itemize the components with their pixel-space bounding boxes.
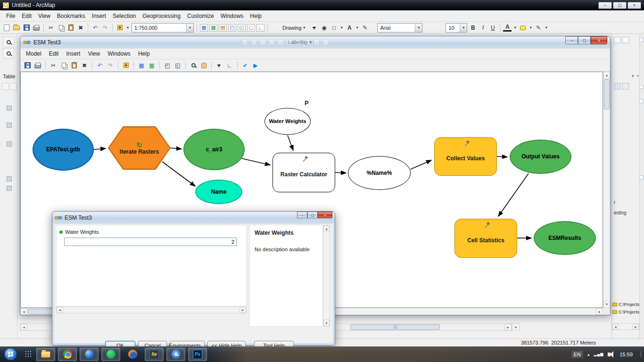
show-desktop-button[interactable]	[641, 351, 641, 358]
maximize-button[interactable]: ◻	[578, 36, 591, 44]
drawing-menu-button[interactable]: Drawing ▾	[279, 23, 308, 33]
node-cell-statistics[interactable]: Cell Statistics	[454, 219, 517, 258]
italic-icon[interactable]: I	[479, 24, 487, 32]
close-button[interactable]: ×	[627, 2, 641, 9]
copy-icon[interactable]	[59, 61, 68, 70]
add-data-dropdown-icon[interactable]: ▾	[125, 24, 130, 32]
menu-bookmarks[interactable]: Bookmarks	[54, 11, 89, 21]
redo-icon[interactable]: ↷	[101, 24, 109, 32]
copy-icon[interactable]	[57, 24, 65, 32]
full-extent-icon[interactable]: ◱	[173, 61, 182, 70]
catalog-refresh-icon[interactable]	[622, 83, 629, 90]
auto-layout-icon[interactable]: ▦	[137, 61, 146, 70]
toc-layer-icon[interactable]	[7, 123, 12, 128]
validate-model-icon[interactable]: ✔	[241, 61, 249, 70]
label-tool-icon[interactable]: ✎	[361, 24, 369, 32]
cut-icon[interactable]: ✂	[49, 61, 58, 70]
save-icon[interactable]	[22, 24, 31, 32]
node-percent-name[interactable]: %Name%	[348, 156, 411, 190]
toc-layer-icon[interactable]	[7, 176, 12, 181]
highlight-dropdown-icon[interactable]: ▾	[528, 24, 533, 32]
taskbar-explorer[interactable]	[36, 348, 55, 361]
zoom-in-icon[interactable]	[189, 61, 198, 70]
editor-tool-icon[interactable]: ▦	[200, 24, 208, 32]
scroll-down-icon[interactable]: ▾	[603, 301, 610, 308]
panel-pin-icon[interactable]: ▾	[632, 74, 634, 78]
toc-layer-icon[interactable]	[7, 106, 12, 111]
help-vscrollbar[interactable]: ▴ ▾	[323, 225, 330, 327]
panel-toolbar-icon[interactable]	[622, 37, 629, 43]
add-data-icon[interactable]: +	[122, 61, 130, 70]
add-data-icon[interactable]: +	[116, 24, 124, 32]
cut-icon[interactable]: ✂	[47, 24, 55, 32]
menu-windows[interactable]: Windows	[104, 49, 134, 58]
menu-file[interactable]: File	[3, 11, 18, 21]
node-raster-calculator[interactable]: Raster Calculator	[272, 153, 335, 192]
undo-icon[interactable]: ↶	[91, 24, 99, 32]
font-size-combo[interactable]: 10 ▾	[446, 23, 467, 33]
node-collect-values[interactable]: Collect Values	[434, 137, 497, 176]
edge-icon[interactable]	[639, 99, 644, 103]
menu-geoprocessing[interactable]: Geoprocessing	[139, 11, 184, 21]
menu-edit[interactable]: Edit	[45, 49, 63, 58]
node-water-weights[interactable]: Water Weights	[264, 108, 311, 135]
hidden-icons-chevron[interactable]: ▴	[587, 352, 590, 357]
scroll-left-icon[interactable]: ◂	[57, 307, 63, 313]
toc-layer-icon[interactable]	[7, 141, 12, 147]
scroll-up-icon[interactable]: ▴	[603, 72, 610, 79]
run-model-icon[interactable]: ▶	[251, 61, 260, 70]
print-icon[interactable]	[33, 61, 42, 70]
edge-icon[interactable]	[639, 175, 644, 180]
python-window-icon[interactable]: □	[247, 24, 255, 32]
connect-icon[interactable]: ∟	[225, 61, 234, 70]
node-name[interactable]: Name	[195, 180, 242, 204]
taskbar-fireworks[interactable]: fw	[145, 348, 164, 361]
scroll-down-icon[interactable]: ▾	[323, 320, 330, 326]
catalog-connect-icon[interactable]	[614, 83, 620, 90]
scrollbar-thumb[interactable]	[604, 79, 610, 109]
panel-close-icon[interactable]: ×	[636, 74, 639, 78]
taskbar-photoshop[interactable]: Ps	[188, 348, 207, 361]
chevron-down-icon[interactable]: ▾	[460, 24, 467, 32]
redo-icon[interactable]: ↷	[106, 61, 115, 70]
model-builder-icon[interactable]: ∟	[256, 24, 264, 32]
delete-icon[interactable]: ✖	[76, 24, 85, 32]
canvas-vscrollbar[interactable]: ▴ ▾	[603, 72, 610, 308]
menu-edit[interactable]: Edit	[18, 11, 35, 21]
scrollbar-thumb[interactable]	[350, 324, 440, 330]
minimize-button[interactable]: –	[598, 2, 612, 9]
zoom-out-icon[interactable]	[3, 48, 14, 58]
language-indicator[interactable]: EN	[571, 351, 583, 358]
paste-icon[interactable]	[70, 61, 78, 70]
menu-view[interactable]: View	[35, 11, 54, 21]
taskbar-browser[interactable]	[80, 348, 99, 361]
water-weights-input[interactable]	[64, 238, 237, 246]
minimize-button[interactable]: –	[297, 212, 307, 218]
underline-icon[interactable]: U	[488, 24, 497, 32]
map-scale-combo[interactable]: 1:750,000 ▾	[132, 23, 194, 33]
zoom-in-icon[interactable]	[3, 37, 14, 47]
network-icon[interactable]: ▂▄▆	[594, 352, 603, 356]
toc-source-view-icon[interactable]	[10, 83, 17, 90]
fit-to-window-icon[interactable]: ◰	[163, 61, 172, 70]
taskbar-spotify[interactable]	[101, 348, 120, 361]
catalog-tree-item[interactable]: C:\Projects\Kildare Wind Strategy\	[612, 302, 640, 307]
pan-icon[interactable]	[199, 61, 208, 70]
edge-icon[interactable]	[639, 85, 644, 89]
scroll-left-icon[interactable]: ◂	[20, 308, 27, 315]
line-color-icon[interactable]: ✎	[534, 24, 543, 32]
shape-dropdown-icon[interactable]: ▾	[339, 24, 344, 32]
close-button[interactable]: ×	[591, 36, 607, 44]
map-scroll-corner[interactable]: ▾	[512, 323, 520, 331]
text-tool-icon[interactable]: A	[345, 24, 354, 32]
menu-selection[interactable]: Selection	[109, 11, 139, 21]
line-color-dropdown-icon[interactable]: ▾	[544, 24, 548, 32]
menu-insert[interactable]: Insert	[89, 11, 109, 21]
rotate-element-icon[interactable]: ◉	[320, 24, 328, 32]
menu-customize[interactable]: Customize	[184, 11, 217, 21]
catalog-tool-icon[interactable]: ▤	[219, 24, 227, 32]
start-button[interactable]	[4, 348, 17, 361]
search-tool-icon[interactable]: ◰	[228, 24, 236, 32]
menu-help[interactable]: Help	[247, 11, 265, 21]
arctoolbox-icon[interactable]: ◱	[238, 24, 246, 32]
